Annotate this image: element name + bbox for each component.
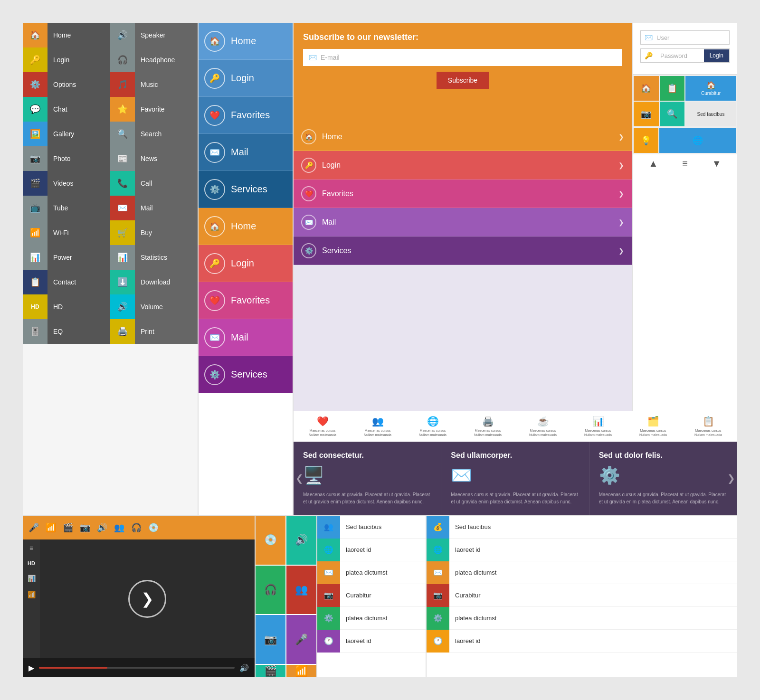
power-label[interactable]: Power [48, 245, 110, 270]
list-item-laoreet-id[interactable]: 🌐 laoreet id [317, 539, 426, 561]
news-label[interactable]: News [135, 146, 198, 171]
disc-icon[interactable]: 💿 [148, 522, 159, 533]
buy-label[interactable]: Buy [135, 220, 198, 245]
headphone-label[interactable]: Headphone [135, 47, 198, 72]
sidebar-bar-icon[interactable]: 📊 [28, 575, 36, 582]
hni-login[interactable]: 🔑 Login ❯ [294, 151, 632, 180]
film-icon[interactable]: 🎬 [63, 522, 73, 533]
home-label[interactable]: Home [48, 23, 110, 47]
hd-label[interactable]: HD [48, 294, 110, 319]
wifi-toolbar-icon[interactable]: 📶 [46, 522, 56, 533]
favorite-label[interactable]: Favorite [135, 97, 198, 122]
tile-globe[interactable]: 🌐 [659, 128, 736, 153]
nav-item-favorites[interactable]: ❤️ Favorites [199, 97, 293, 134]
menu-item-eq[interactable]: 🎚️ EQ [23, 319, 110, 344]
menu-item-hd[interactable]: HD HD [23, 294, 110, 319]
media-tile-camera[interactable]: 📷 [256, 615, 285, 664]
photo-label[interactable]: Photo [48, 146, 110, 171]
menu-item-favorite[interactable]: ⭐ Favorite [110, 97, 198, 122]
nav-item-mail[interactable]: ✉️ Mail [199, 134, 293, 171]
list2-item-sed-faucibus[interactable]: 💰 Sed faucibus [427, 516, 737, 539]
nav2-item-favorites[interactable]: ❤️ Favorites [199, 282, 293, 319]
camera-icon[interactable]: 📷 [80, 522, 90, 533]
hni-services[interactable]: ⚙️ Services ❯ [294, 236, 632, 265]
nav-item-services[interactable]: ⚙️ Services [199, 171, 293, 208]
ctrl-up-icon[interactable]: ▲ [648, 158, 658, 169]
sidebar-hd-icon[interactable]: HD [28, 560, 35, 566]
media-tile-mic[interactable]: 🎤 [286, 615, 316, 664]
list2-item-platea[interactable]: ✉️ platea dictumst [427, 561, 737, 584]
media-tile-wifi[interactable]: 📶 [286, 665, 316, 677]
nav2-item-mail[interactable]: ✉️ Mail [199, 319, 293, 356]
tile-camera[interactable]: 📷 [634, 102, 659, 126]
mic-icon[interactable]: 🎤 [28, 522, 39, 533]
tile-sed-faucibus[interactable]: Sed faucibus [685, 102, 736, 126]
menu-item-options[interactable]: ⚙️ Options [23, 72, 110, 97]
sidebar-menu-icon[interactable]: ≡ [29, 544, 33, 552]
menu-item-search[interactable]: 🔍 Search [110, 122, 198, 146]
play-control-icon[interactable]: ▶ [28, 663, 34, 672]
call-label[interactable]: Call [135, 171, 198, 196]
menu-item-print[interactable]: 🖨️ Print [110, 319, 198, 344]
speaker-label[interactable]: Speaker [135, 23, 198, 47]
list-item-laoreet-id2[interactable]: 🕐 laoreet id [317, 630, 426, 653]
hni-home[interactable]: 🏠 Home ❯ [294, 123, 632, 151]
media-tile-volume[interactable]: 🔊 [286, 516, 316, 565]
nav-item-login[interactable]: 🔑 Login [199, 60, 293, 97]
list-item-platea2[interactable]: ⚙️ platea dictumst [317, 607, 426, 630]
user-field[interactable]: ✉️ User [640, 30, 730, 45]
search-label[interactable]: Search [135, 122, 198, 146]
media-tile-people[interactable]: 👥 [286, 566, 316, 615]
mail-label[interactable]: Mail [135, 196, 198, 220]
email-field[interactable]: ✉️ E-mail [303, 49, 622, 66]
tube-label[interactable]: Tube [48, 196, 110, 220]
download-label[interactable]: Download [135, 270, 198, 294]
print-label[interactable]: Print [135, 319, 198, 344]
menu-item-statistics[interactable]: 📊 Statistics [110, 245, 198, 270]
headphone-toolbar-icon[interactable]: 🎧 [131, 522, 142, 533]
menu-item-home[interactable]: 🏠 Home [23, 23, 110, 47]
tile-orange1[interactable]: 🏠 [634, 76, 659, 101]
list-item-sed-faucibus[interactable]: 👥 Sed faucibus [317, 516, 426, 539]
list2-item-curabitur[interactable]: 📷 Curabitur [427, 584, 737, 607]
menu-item-gallery[interactable]: 🖼️ Gallery [23, 122, 110, 146]
sidebar-wifi-icon[interactable]: 📶 [28, 591, 36, 598]
login-label[interactable]: Login [48, 47, 110, 72]
nav-item-home[interactable]: 🏠 Home [199, 23, 293, 60]
menu-item-mail[interactable]: ✉️ Mail [110, 196, 198, 220]
tile-wide-curabitur[interactable]: 🏠 Curabitur [685, 76, 736, 101]
menu-item-photo[interactable]: 📷 Photo [23, 146, 110, 171]
chat-label[interactable]: Chat [48, 97, 110, 122]
menu-item-chat[interactable]: 💬 Chat [23, 97, 110, 122]
tile-search[interactable]: 🔍 [660, 102, 685, 126]
volume-label[interactable]: Volume [135, 294, 198, 319]
menu-item-power[interactable]: 📊 Power [23, 245, 110, 270]
password-field[interactable]: Password [656, 49, 704, 62]
nav2-item-services[interactable]: ⚙️ Services [199, 356, 293, 393]
tile-bulb[interactable]: 💡 [634, 128, 658, 153]
tile-green1[interactable]: 📋 [660, 76, 685, 101]
nav2-item-home[interactable]: 🏠 Home [199, 208, 293, 245]
ctrl-menu-icon[interactable]: ≡ [682, 158, 688, 169]
menu-item-call[interactable]: 📞 Call [110, 171, 198, 196]
menu-item-login[interactable]: 🔑 Login [23, 47, 110, 72]
eq-label[interactable]: EQ [48, 319, 110, 344]
menu-item-buy[interactable]: 🛒 Buy [110, 220, 198, 245]
gallery-label[interactable]: Gallery [48, 122, 110, 146]
menu-item-volume[interactable]: 🔊 Volume [110, 294, 198, 319]
cards-next-arrow[interactable]: ❯ [727, 473, 735, 484]
menu-item-download[interactable]: ⬇️ Download [110, 270, 198, 294]
hni-favorites[interactable]: ❤️ Favorites ❯ [294, 180, 632, 208]
statistics-label[interactable]: Statistics [135, 245, 198, 270]
options-label[interactable]: Options [48, 72, 110, 97]
menu-item-videos[interactable]: 🎬 Videos [23, 171, 110, 196]
list-item-curabitur[interactable]: 📷 Curabitur [317, 584, 426, 607]
list-item-platea[interactable]: ✉️ platea dictumst [317, 561, 426, 584]
media-tile-headphone[interactable]: 🎧 [256, 566, 285, 615]
music-label[interactable]: Music [135, 72, 198, 97]
menu-item-speaker[interactable]: 🔊 Speaker [110, 23, 198, 47]
menu-item-news[interactable]: 📰 News [110, 146, 198, 171]
wifi-label[interactable]: Wi-Fi [48, 220, 110, 245]
menu-item-music[interactable]: 🎵 Music [110, 72, 198, 97]
list2-item-laoreet-id[interactable]: 🌐 laoreet id [427, 539, 737, 561]
